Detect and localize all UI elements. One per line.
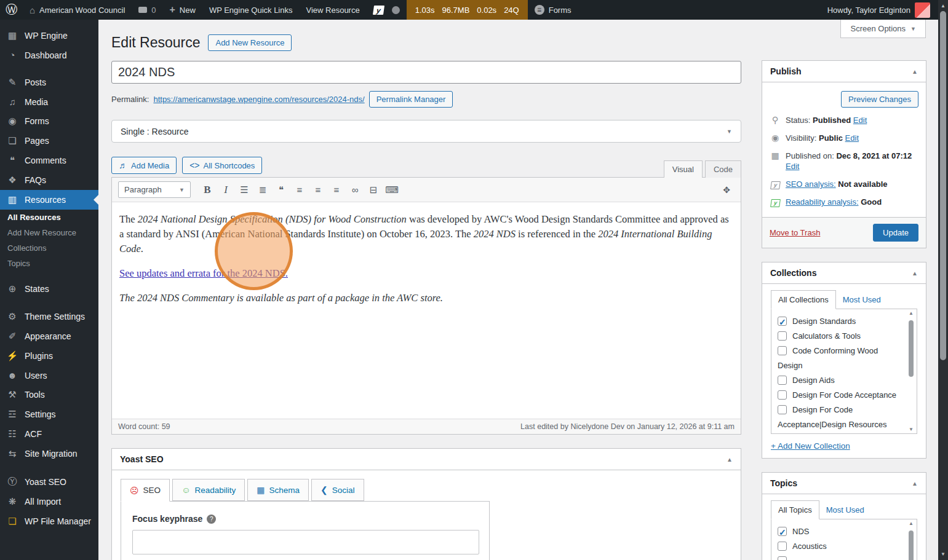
sidebar-item-faqs[interactable]: ❖ FAQs [0, 170, 98, 190]
collection-item[interactable]: Design For Code Acceptance [778, 388, 903, 403]
sidebar-item-acf[interactable]: ☷ ACF [0, 424, 98, 444]
tab-all-topics[interactable]: All Topics [771, 500, 819, 519]
bulleted-list-button[interactable]: ☰ [236, 183, 252, 197]
topic-item[interactable] [778, 554, 903, 560]
collection-item[interactable]: Design Aids [778, 373, 903, 388]
readability-analysis-link[interactable]: Readability analysis: [786, 197, 859, 207]
preview-changes-button[interactable]: Preview Changes [841, 91, 918, 108]
focus-keyphrase-input[interactable] [132, 530, 479, 554]
publish-metabox-header[interactable]: Publish ▲ [762, 61, 926, 82]
move-to-trash-link[interactable]: Move to Trash [770, 228, 820, 237]
italic-button[interactable]: I [218, 183, 234, 197]
sidebar-item-media[interactable]: ♫ Media [0, 92, 98, 111]
scroll-down-icon[interactable]: ▼ [938, 551, 948, 557]
howdy-account-menu[interactable]: Howdy, Taylor Edginton [821, 0, 937, 20]
sidebar-item-users[interactable]: ☻ Users [0, 366, 98, 385]
collection-item[interactable]: Calculators & Tools [778, 329, 903, 344]
performance-stats[interactable]: 1.03s96.7MB0.02s24Q [407, 0, 528, 20]
collapse-icon[interactable]: ▲ [727, 456, 733, 463]
sidebar-item-comments[interactable]: ❝ Comments [0, 151, 98, 170]
edit-published-on-link[interactable]: Edit [786, 162, 799, 171]
yoast-metabox-header[interactable]: Yoast SEO ▲ [112, 449, 741, 470]
visual-tab[interactable]: Visual [664, 160, 703, 178]
site-name-menu[interactable]: ⌂ American Wood Council [23, 0, 132, 20]
screen-options-button[interactable]: Screen Options ▼ [840, 20, 926, 38]
editor-content-area[interactable]: The 2024 National Design Specification (… [112, 202, 741, 419]
sidebar-item-add-new-resource[interactable]: Add New Resource [0, 225, 98, 240]
sidebar-item-settings[interactable]: ☲ Settings [0, 404, 98, 424]
wordpress-logo-icon[interactable]: Ⓦ [0, 0, 23, 20]
sidebar-item-collections[interactable]: Collections [0, 240, 98, 256]
collection-item[interactable]: Design For Code Acceptance|Design Resour… [778, 403, 903, 432]
topic-item[interactable]: Acoustics [778, 539, 903, 554]
view-resource-menu[interactable]: View Resource [299, 0, 366, 20]
insert-link-button[interactable]: ∞ [347, 183, 363, 197]
content-link[interactable]: See updates and errata for the 2024 NDS. [119, 267, 288, 279]
topic-checkbox[interactable] [778, 527, 787, 536]
paragraph-format-select[interactable]: Paragraph ▼ [118, 181, 191, 198]
help-icon[interactable]: ? [207, 515, 216, 524]
align-left-button[interactable]: ≡ [292, 183, 308, 197]
comments-menu[interactable]: 0 [132, 0, 162, 20]
yoast-tab-social[interactable]: ❮ Social [311, 479, 364, 501]
collection-item[interactable]: Design Resources [778, 432, 903, 434]
sidebar-item-forms[interactable]: ◉ Forms [0, 111, 98, 131]
sidebar-item-pages[interactable]: ❏ Pages [0, 131, 98, 151]
sidebar-item-theme-settings[interactable]: ⚙ Theme Settings [0, 307, 98, 326]
collections-metabox-header[interactable]: Collections ▲ [762, 262, 926, 284]
scroll-up-icon[interactable]: ▲ [907, 310, 915, 316]
read-more-button[interactable]: ⊟ [365, 183, 381, 197]
yoast-adminbar-menu[interactable]: y [367, 0, 407, 20]
tab-all-collections[interactable]: All Collections [771, 290, 836, 309]
code-tab[interactable]: Code [705, 160, 741, 178]
sidebar-item-wp-file-manager[interactable]: ❏ WP File Manager [0, 511, 98, 531]
topic-checkbox[interactable] [778, 542, 787, 551]
toolbar-toggle-button[interactable]: ⌨ [384, 183, 400, 197]
collection-checkbox[interactable] [778, 317, 787, 326]
sidebar-item-topics[interactable]: Topics [0, 256, 98, 271]
sidebar-item-wp-engine[interactable]: ▦ WP Engine [0, 26, 98, 45]
align-right-button[interactable]: ≡ [329, 183, 345, 197]
template-select[interactable]: Single : Resource ▼ [111, 120, 741, 143]
collection-item[interactable]: Design Standards [778, 314, 903, 329]
sidebar-item-resources[interactable]: ▥ Resources [0, 190, 98, 210]
sidebar-item-yoast-seo[interactable]: Ⓨ Yoast SEO [0, 471, 98, 492]
sidebar-item-appearance[interactable]: ✐ Appearance [0, 326, 98, 346]
fullscreen-button[interactable]: ✥ [719, 183, 735, 197]
blockquote-button[interactable]: ❝ [273, 183, 289, 197]
add-new-resource-button[interactable]: Add New Resource [208, 34, 292, 51]
sidebar-item-all-resources[interactable]: All Resources [0, 210, 98, 225]
edit-visibility-link[interactable]: Edit [845, 133, 859, 143]
sidebar-item-tools[interactable]: ⚒ Tools [0, 385, 98, 404]
collapse-icon[interactable]: ▲ [912, 68, 918, 75]
sidebar-item-dashboard[interactable]: ◔ Dashboard [0, 45, 98, 65]
permalink-manager-button[interactable]: Permalink Manager [369, 91, 453, 108]
sidebar-item-states[interactable]: ⊕ States [0, 279, 98, 299]
scroll-down-icon[interactable]: ▼ [907, 427, 915, 432]
tab-collections-most-used[interactable]: Most Used [836, 291, 888, 309]
collection-item[interactable]: Code Conforming Wood Design [778, 344, 903, 373]
sidebar-item-plugins[interactable]: ⚡ Plugins [0, 346, 98, 366]
topic-checkbox[interactable] [778, 556, 787, 560]
topics-list-scrollbar[interactable]: ▲ [907, 521, 915, 560]
permalink-url-link[interactable]: https://americanwstage.wpengine.com/reso… [153, 95, 364, 104]
scrollbar-thumb[interactable] [940, 11, 946, 360]
wp-engine-quick-links-menu[interactable]: WP Engine Quick Links [202, 0, 300, 20]
all-shortcodes-button[interactable]: <> All Shortcodes [182, 157, 262, 174]
numbered-list-button[interactable]: ≣ [255, 183, 271, 197]
sidebar-item-posts[interactable]: ✎ Posts [0, 73, 98, 92]
add-new-collection-link[interactable]: + Add New Collection [771, 441, 850, 451]
bold-button[interactable]: B [199, 183, 215, 197]
new-content-menu[interactable]: + New [163, 0, 202, 20]
sidebar-item-site-migration[interactable]: ⇆ Site Migration [0, 444, 98, 463]
scroll-up-icon[interactable]: ▲ [907, 521, 915, 526]
sidebar-item-all-import[interactable]: ❋ All Import [0, 492, 98, 511]
collection-checkbox[interactable] [778, 331, 787, 341]
scroll-up-icon[interactable]: ▲ [938, 3, 948, 9]
tab-topics-most-used[interactable]: Most Used [819, 501, 871, 519]
update-button[interactable]: Update [873, 224, 918, 242]
collapse-icon[interactable]: ▲ [912, 270, 918, 277]
scrollbar-thumb[interactable] [909, 530, 914, 560]
collection-checkbox[interactable] [778, 376, 787, 385]
scrollbar-thumb[interactable] [909, 320, 914, 377]
